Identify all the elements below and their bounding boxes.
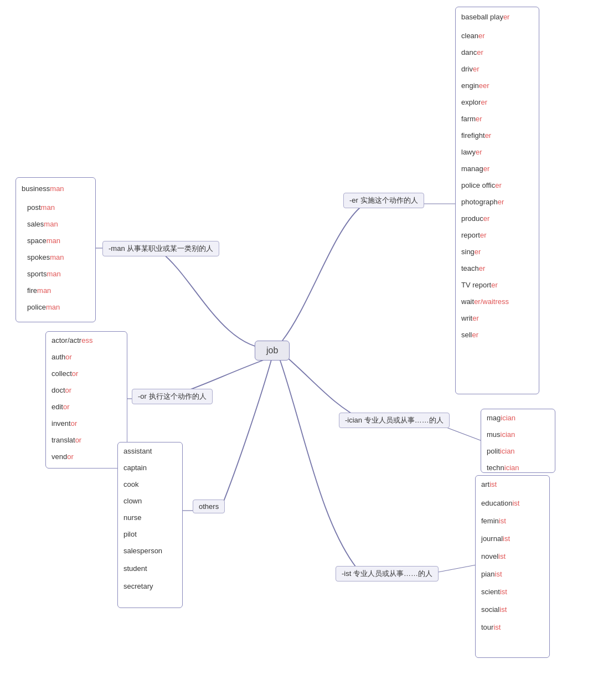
- ician-item-magician: magician: [487, 414, 515, 422]
- er-item-explorer: explorer: [461, 98, 487, 106]
- ist-item-tourist: tourist: [481, 623, 501, 631]
- er-item-driver: driver: [461, 65, 480, 73]
- er-item-baseballplayer: baseball player: [461, 13, 509, 21]
- others-item-captain: captain: [123, 464, 147, 472]
- others-group: assistant captain cook clown nurse pilot…: [117, 442, 183, 608]
- others-item-nurse: nurse: [123, 513, 142, 522]
- others-item-assistant: assistant: [123, 447, 152, 455]
- center-node: job: [255, 341, 290, 361]
- man-item-salesman: salesman: [27, 220, 58, 228]
- man-item-postman: postman: [27, 203, 55, 212]
- ician-item-politician: politician: [487, 447, 515, 455]
- man-item-spaceman: spaceman: [27, 236, 60, 245]
- man-item-fireman: fireman: [27, 286, 51, 295]
- er-item-manager: manager: [461, 164, 489, 173]
- er-item-seller: seller: [461, 331, 478, 339]
- ist-label: -ist 专业人员或从事……的人: [336, 566, 439, 581]
- or-item-actoractress: actor/actress: [51, 336, 92, 344]
- ist-item-scientist: scientist: [481, 588, 507, 596]
- man-item-spokesman: spokesman: [27, 253, 64, 261]
- or-item-inventor: inventor: [51, 419, 77, 428]
- or-item-author: author: [51, 353, 72, 361]
- ist-group: artist educationist feminist journalist …: [475, 475, 550, 658]
- er-item-waiter: waiter/waitress: [461, 297, 509, 306]
- ician-item-musician: musician: [487, 430, 515, 439]
- man-item-businessman: businessman: [22, 184, 64, 193]
- ist-item-pianist: pianist: [481, 570, 502, 578]
- or-label-text: -or 执行这个动作的人: [138, 392, 207, 400]
- or-item-translator: translator: [51, 436, 81, 444]
- er-item-dancer: dancer: [461, 48, 483, 56]
- ist-item-feminist: feminist: [481, 517, 506, 525]
- ist-item-socialist: socialist: [481, 605, 507, 614]
- man-group: businessman postman salesman spaceman sp…: [16, 177, 96, 322]
- others-label-text: others: [199, 502, 219, 511]
- or-label: -or 执行这个动作的人: [132, 389, 213, 404]
- er-item-policeofficer: police officer: [461, 181, 502, 189]
- er-item-writer: writer: [461, 314, 479, 322]
- er-item-farmer: farmer: [461, 115, 482, 123]
- er-item-producer: producer: [461, 214, 489, 223]
- man-item-sportsman: sportsman: [27, 270, 61, 278]
- er-label-text: -er 实施这个动作的人: [349, 196, 418, 204]
- others-item-cook: cook: [123, 480, 138, 488]
- or-item-doctor: doctor: [51, 386, 71, 394]
- or-item-collector: collector: [51, 369, 78, 378]
- er-item-cleaner: cleaner: [461, 32, 485, 40]
- others-item-secretary: secretary: [123, 582, 153, 590]
- ician-item-technician: technician: [487, 464, 519, 472]
- ist-label-text: -ist 专业人员或从事……的人: [342, 569, 432, 578]
- er-item-teacher: teacher: [461, 264, 485, 272]
- others-item-pilot: pilot: [123, 530, 137, 538]
- man-label-text: -man 从事某职业或某一类别的人: [109, 244, 213, 253]
- others-label: others: [193, 500, 225, 513]
- ist-item-journalist: journalist: [481, 534, 510, 543]
- ician-group: magician musician politician technician: [481, 409, 555, 473]
- others-item-student: student: [123, 564, 147, 573]
- er-item-photographer: photographer: [461, 198, 504, 206]
- others-item-salesperson: salesperson: [123, 547, 162, 555]
- man-label: -man 从事某职业或某一类别的人: [102, 241, 219, 256]
- er-label: -er 实施这个动作的人: [343, 193, 424, 208]
- ist-item-novelist: novelist: [481, 552, 506, 560]
- or-group: actor/actress author collector doctor ed…: [45, 331, 127, 469]
- er-item-lawyer: lawyer: [461, 148, 482, 156]
- er-item-tvreporter: TV reporter: [461, 281, 498, 289]
- ician-label: -ician 专业人员或从事……的人: [339, 413, 450, 428]
- or-item-vendor: vendor: [51, 452, 74, 461]
- ician-label-text: -ician 专业人员或从事……的人: [345, 416, 444, 424]
- er-group: baseball player cleaner dancer driver en…: [455, 7, 539, 394]
- er-item-reporter: reporter: [461, 231, 487, 239]
- others-item-clown: clown: [123, 497, 142, 505]
- er-item-singer: singer: [461, 248, 481, 256]
- man-item-policeman: policeman: [27, 303, 60, 311]
- ist-item-artist: artist: [481, 480, 497, 488]
- er-item-firefighter: firefighter: [461, 131, 491, 140]
- ist-item-educationist: educationist: [481, 499, 519, 507]
- er-item-engineer: engineer: [461, 81, 489, 90]
- or-item-editor: editor: [51, 403, 70, 411]
